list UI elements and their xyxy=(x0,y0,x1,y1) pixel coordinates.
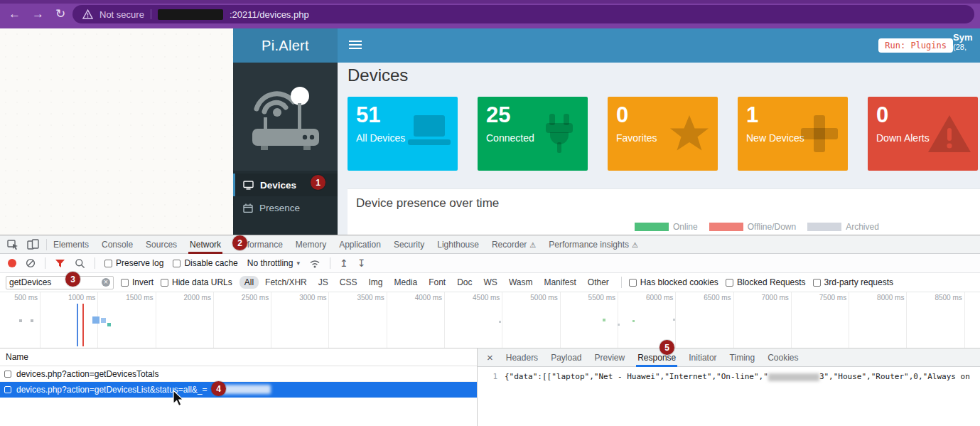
calendar-icon xyxy=(243,203,253,213)
toolbar-divider xyxy=(330,257,330,269)
filter-type-js[interactable]: JS xyxy=(313,276,333,289)
response-body: 1 {"data":[["laptop","Net - Huawei","Int… xyxy=(478,367,980,426)
stat-card-down-alerts[interactable]: 0 Down Alerts xyxy=(868,97,978,171)
tab-timing[interactable]: Timing xyxy=(723,348,762,367)
stat-card-favorites[interactable]: 0 Favorites xyxy=(608,97,718,171)
app-logo[interactable]: Pi.Alert xyxy=(233,28,338,63)
request-detail-panel: × Headers Payload Preview Response Initi… xyxy=(478,348,980,426)
filter-type-all[interactable]: All xyxy=(239,276,259,289)
screen: ← → ↻ Not secure :20211/devices.php Pi.A… xyxy=(0,0,980,426)
filter-type-doc[interactable]: Doc xyxy=(452,276,477,289)
tab-security[interactable]: Security xyxy=(387,235,431,254)
filter-type-img[interactable]: Img xyxy=(363,276,387,289)
browser-chrome: ← → ↻ Not secure :20211/devices.php xyxy=(0,0,980,28)
network-overview-timeline[interactable]: 500 ms 1000 ms 1500 ms 2000 ms 2500 ms 3… xyxy=(0,292,980,348)
disable-cache-checkbox[interactable]: Disable cache xyxy=(173,258,237,268)
filter-type-css[interactable]: CSS xyxy=(335,276,362,289)
invert-checkbox[interactable]: Invert xyxy=(121,277,154,287)
hide-data-urls-checkbox[interactable]: Hide data URLs xyxy=(161,277,232,287)
tab-headers[interactable]: Headers xyxy=(500,348,544,367)
request-name: devices.php?action=getDevicesTotals xyxy=(16,369,158,379)
timeline-tick: 3500 ms xyxy=(329,292,387,348)
search-icon[interactable] xyxy=(75,258,85,269)
sidebar-item-presence[interactable]: Presence xyxy=(233,196,338,219)
request-row-selected[interactable]: devices.php?action=getDevicesList&status… xyxy=(0,382,477,398)
network-conditions-icon[interactable] xyxy=(309,258,321,268)
timeline-tick: 5500 ms xyxy=(561,292,618,348)
toolbar-divider xyxy=(45,257,45,269)
tab-network[interactable]: Network xyxy=(183,235,227,254)
warning-icon xyxy=(927,114,972,154)
filter-icon[interactable] xyxy=(55,259,65,268)
back-icon[interactable]: ← xyxy=(9,7,21,21)
app-sidebar: Devices Presence xyxy=(233,63,338,235)
router-logo xyxy=(233,63,338,171)
refresh-icon[interactable]: ↻ xyxy=(55,7,65,21)
tab-memory[interactable]: Memory xyxy=(289,235,333,254)
tab-sources[interactable]: Sources xyxy=(139,235,183,254)
third-party-requests-checkbox[interactable]: 3rd-party requests xyxy=(813,277,893,287)
filter-type-manifest[interactable]: Manifest xyxy=(539,276,581,289)
timeline-tick: 8000 ms xyxy=(849,292,907,348)
request-row[interactable]: devices.php?action=getDevicesTotals xyxy=(0,366,477,382)
timeline-tick: 1500 ms xyxy=(98,292,156,348)
filter-type-other[interactable]: Other xyxy=(583,276,614,289)
requests-name-header[interactable]: Name xyxy=(0,348,477,366)
tab-preview[interactable]: Preview xyxy=(588,348,632,367)
user-info[interactable]: Sym (28, xyxy=(953,32,980,51)
tab-recorder[interactable]: Recorder⚠ xyxy=(485,235,542,254)
timeline-tick: 6500 ms xyxy=(676,292,733,348)
clear-filter-icon[interactable]: × xyxy=(102,278,110,287)
record-icon[interactable] xyxy=(8,259,16,267)
preserve-log-checkbox[interactable]: Preserve log xyxy=(104,258,163,268)
legend-archived: Archived xyxy=(807,222,879,232)
inspect-element-icon[interactable] xyxy=(7,239,18,250)
tab-application[interactable]: Application xyxy=(333,235,387,254)
stat-card-connected[interactable]: 25 Connected xyxy=(478,97,588,171)
forward-icon[interactable]: → xyxy=(32,7,44,21)
line-number: 1 xyxy=(478,372,497,381)
tab-lighthouse[interactable]: Lighthouse xyxy=(431,235,485,254)
timeline-tick: 1000 ms xyxy=(41,292,98,348)
run-plugins-button[interactable]: Run: Plugins xyxy=(878,38,953,53)
throttling-select[interactable]: No throttling ▾ xyxy=(247,258,300,268)
device-toolbar-icon[interactable] xyxy=(27,239,39,250)
tab-cookies[interactable]: Cookies xyxy=(761,348,804,367)
tab-payload[interactable]: Payload xyxy=(544,348,588,367)
experiment-icon: ⚠ xyxy=(529,241,536,249)
omnibox-divider xyxy=(151,9,151,19)
address-bar[interactable]: Not secure :20211/devices.php xyxy=(72,5,974,23)
timeline-activity xyxy=(19,319,22,322)
tab-console[interactable]: Console xyxy=(95,235,139,254)
has-blocked-cookies-checkbox[interactable]: Has blocked cookies xyxy=(629,277,718,287)
stat-card-all-devices[interactable]: 51 All Devices xyxy=(348,97,458,171)
tab-performance-insights[interactable]: Performance insights⚠ xyxy=(542,235,645,254)
filter-type-media[interactable]: Media xyxy=(389,276,422,289)
import-har-icon[interactable]: ↥ xyxy=(340,258,348,268)
step-badge-5: 5 xyxy=(659,340,674,355)
filter-type-ws[interactable]: WS xyxy=(479,276,502,289)
export-har-icon[interactable]: ↧ xyxy=(357,258,366,268)
timeline-activity xyxy=(499,321,501,323)
blocked-requests-checkbox[interactable]: Blocked Requests xyxy=(726,277,806,287)
filter-input[interactable] xyxy=(9,277,99,287)
tab-initiator[interactable]: Initiator xyxy=(682,348,723,367)
chart-legend: Online Offline/Down Archived xyxy=(635,222,879,232)
user-sub: (28, xyxy=(953,43,980,51)
checkbox xyxy=(104,260,112,267)
filter-type-wasm[interactable]: Wasm xyxy=(504,276,538,289)
filter-type-fetch-xhr[interactable]: Fetch/XHR xyxy=(260,276,312,289)
filter-input-box[interactable]: × xyxy=(6,276,114,289)
stat-card-new-devices[interactable]: 1 New Devices xyxy=(738,97,848,171)
clear-icon[interactable] xyxy=(26,258,36,268)
filter-type-font[interactable]: Font xyxy=(424,276,451,289)
timeline-tick: 8500 ms xyxy=(907,292,964,348)
tab-response[interactable]: Response xyxy=(631,348,682,367)
sidebar-item-label: Presence xyxy=(259,203,300,213)
tab-elements[interactable]: Elements xyxy=(47,235,95,254)
close-icon[interactable]: × xyxy=(480,351,500,363)
checkbox xyxy=(161,279,168,287)
checkbox xyxy=(173,260,181,267)
sidebar-toggle-icon[interactable] xyxy=(349,41,362,50)
step-badge-1: 1 xyxy=(311,175,325,190)
